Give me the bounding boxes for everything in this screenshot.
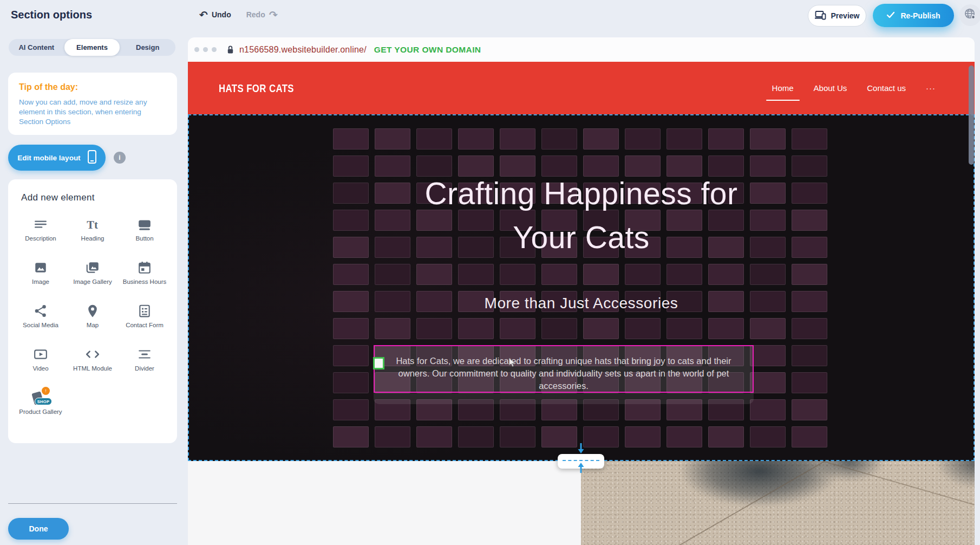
preview-button[interactable]: Preview	[808, 5, 866, 27]
hero-tile	[416, 426, 452, 447]
hero-tile	[541, 426, 577, 447]
hero-tile	[792, 345, 827, 366]
hero-tile	[792, 399, 827, 420]
element-image-gallery[interactable]: Image Gallery	[67, 255, 119, 299]
undo-label: Undo	[212, 10, 231, 19]
nav-more-icon[interactable]: ···	[926, 83, 936, 93]
element-product-gallery[interactable]: ↑ SHOP Product Gallery	[15, 385, 67, 429]
floor-image-section[interactable]	[581, 461, 975, 545]
site-nav: Home About Us Contact us ···	[772, 62, 936, 114]
hero-tile	[625, 264, 661, 285]
get-domain-link[interactable]: GET YOUR OWN DOMAIN	[374, 45, 481, 55]
hero-tile	[625, 128, 661, 150]
hero-tile	[750, 345, 786, 366]
tip-card: Tip of the day: Now you can add, move an…	[8, 73, 177, 135]
heading-icon: Tt	[86, 216, 100, 232]
info-icon[interactable]: i	[114, 152, 126, 164]
hero-tile	[541, 128, 577, 150]
hero-tile	[750, 372, 786, 393]
tab-elements[interactable]: Elements	[64, 39, 120, 56]
element-heading[interactable]: Tt Heading	[67, 212, 119, 255]
hero-tile	[333, 264, 369, 285]
globe-icon	[964, 8, 977, 23]
redo-label: Redo	[246, 10, 265, 19]
hero-tile	[333, 372, 369, 393]
hero-tile	[500, 318, 535, 339]
element-map[interactable]: Map	[67, 299, 119, 342]
hero-tile	[750, 318, 786, 339]
tip-title: Tip of the day:	[19, 82, 166, 92]
edit-mobile-label: Edit mobile layout	[17, 154, 80, 162]
tab-ai-content[interactable]: AI Content	[9, 39, 64, 56]
sidebar-tabs: AI Content Elements Design	[9, 39, 175, 56]
hero-tile	[625, 318, 661, 339]
browser-chrome: n1566589.websitebuilder.online/ GET YOUR…	[188, 37, 975, 62]
undo-icon: ↶	[199, 10, 208, 20]
preview-scrollbar-thumb[interactable]	[969, 66, 974, 165]
drag-handle[interactable]	[373, 357, 384, 369]
hero-tile	[792, 318, 827, 339]
done-button[interactable]: Done	[8, 518, 69, 540]
hero-tile	[333, 426, 369, 447]
element-video[interactable]: Video	[15, 342, 67, 385]
hero-tile	[583, 264, 619, 285]
tip-body: Now you can add, move and resize any ele…	[19, 98, 166, 127]
check-icon	[886, 11, 895, 20]
element-divider[interactable]: Divider	[119, 342, 171, 385]
site-header[interactable]: HATS FOR CATS Home About Us Contact us ·…	[188, 62, 975, 114]
floor-shadow	[814, 461, 884, 482]
republish-button[interactable]: Re-Publish	[873, 4, 954, 27]
site-logo[interactable]: HATS FOR CATS	[219, 82, 294, 95]
hero-tile	[333, 399, 369, 420]
hero-subheading[interactable]: More than Just Accessories	[189, 295, 974, 312]
preview-label: Preview	[831, 11, 860, 20]
undo-redo-group: ↶ Undo Redo ↷	[199, 8, 278, 22]
selected-text-element[interactable]: Hats for Cats, we are dedicated to craft…	[374, 345, 754, 393]
element-contact-form[interactable]: Contact Form	[119, 299, 171, 342]
element-html-module[interactable]: HTML Module	[67, 342, 119, 385]
phone-icon	[88, 150, 96, 165]
window-dots	[194, 47, 217, 52]
nav-about-us[interactable]: About Us	[814, 83, 847, 93]
hero-tile	[667, 128, 702, 150]
hero-tile	[750, 128, 786, 150]
window-dot	[194, 47, 199, 52]
hero-tile	[583, 128, 619, 150]
hero-tile	[333, 345, 369, 366]
html-module-icon	[85, 346, 100, 362]
floor-shadow	[936, 461, 975, 489]
nav-home[interactable]: Home	[772, 83, 794, 93]
hero-heading[interactable]: Crafting Happiness for Your Cats	[189, 172, 974, 259]
element-business-hours[interactable]: Business Hours	[119, 255, 171, 299]
hero-tile	[416, 264, 452, 285]
hero-tile	[792, 264, 827, 285]
hero-tile	[750, 264, 786, 285]
site-canvas: HATS FOR CATS Home About Us Contact us ·…	[188, 62, 975, 545]
hero-tile	[375, 426, 410, 447]
tab-design[interactable]: Design	[120, 39, 175, 56]
hero-tile	[792, 372, 827, 393]
hero-section[interactable]: Crafting Happiness for Your Cats More th…	[188, 114, 975, 461]
hero-tile	[500, 264, 535, 285]
resize-dashed-line	[563, 460, 599, 461]
element-social-media[interactable]: Social Media	[15, 299, 67, 342]
redo-button[interactable]: Redo ↷	[246, 10, 278, 20]
hero-tile	[416, 318, 452, 339]
hero-tile	[625, 426, 661, 447]
edit-mobile-layout-button[interactable]: Edit mobile layout	[8, 145, 106, 171]
hero-tile	[458, 128, 494, 150]
hero-tile	[458, 264, 494, 285]
hero-tile	[500, 426, 535, 447]
element-button[interactable]: Button	[119, 212, 171, 255]
hero-tile	[750, 426, 786, 447]
redo-icon: ↷	[269, 10, 278, 20]
next-section-background[interactable]	[188, 461, 581, 545]
element-description[interactable]: Description	[15, 212, 67, 255]
globe-button[interactable]	[959, 4, 980, 26]
nav-contact-us[interactable]: Contact us	[867, 83, 906, 93]
hero-tile	[708, 264, 744, 285]
undo-button[interactable]: ↶ Undo	[199, 10, 231, 20]
hero-tile	[375, 318, 410, 339]
element-image[interactable]: Image	[15, 255, 67, 299]
hero-tile	[458, 318, 494, 339]
